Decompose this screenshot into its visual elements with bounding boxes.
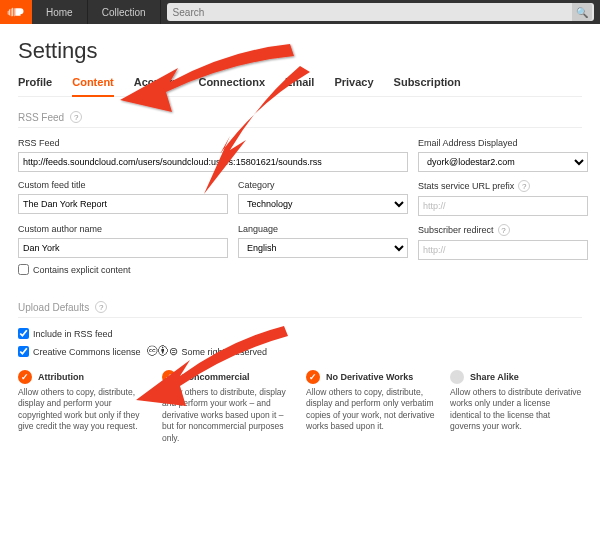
tab-content[interactable]: Content	[72, 76, 114, 97]
tab-privacy[interactable]: Privacy	[334, 76, 373, 92]
tab-account[interactable]: Accxxxx	[134, 76, 179, 92]
license-desc: Allow others to distribute, display and …	[162, 387, 294, 444]
top-navbar: Home Collection 🔍	[0, 0, 600, 24]
help-icon[interactable]: ?	[498, 224, 510, 236]
rss-section-header: RSS Feed ?	[18, 111, 582, 128]
rss-feed-input[interactable]	[18, 152, 408, 172]
search-input[interactable]	[167, 3, 594, 21]
email-displayed-label: Email Address Displayed	[418, 138, 588, 148]
custom-author-label: Custom author name	[18, 224, 228, 234]
soundcloud-logo[interactable]	[0, 0, 32, 24]
help-icon[interactable]: ?	[70, 111, 82, 123]
stats-prefix-label: Stats service URL prefix ?	[418, 180, 588, 192]
tab-subscription[interactable]: Subscription	[394, 76, 461, 92]
some-rights-label: Some rights reserved	[182, 347, 268, 357]
license-grid: ✓Attribution Allow others to copy, distr…	[18, 370, 582, 444]
license-desc: Allow others to distribute derivative wo…	[450, 387, 582, 433]
explicit-label: Contains explicit content	[33, 265, 131, 275]
check-icon	[450, 370, 464, 384]
license-desc: Allow others to copy, distribute, displa…	[306, 387, 438, 433]
license-noncommercial[interactable]: ✓Noncommercial Allow others to distribut…	[162, 370, 294, 444]
include-rss-label: Include in RSS feed	[33, 329, 113, 339]
nav-collection[interactable]: Collection	[88, 0, 161, 24]
subscriber-redirect-input[interactable]	[418, 240, 588, 260]
license-attribution[interactable]: ✓Attribution Allow others to copy, distr…	[18, 370, 150, 444]
license-sharealike[interactable]: Share Alike Allow others to distribute d…	[450, 370, 582, 444]
category-label: Category	[238, 180, 408, 190]
tab-profile[interactable]: Profile	[18, 76, 52, 92]
cc-icons: 🅭🅯⊜	[147, 345, 178, 358]
stats-prefix-input[interactable]	[418, 196, 588, 216]
check-icon: ✓	[18, 370, 32, 384]
custom-title-label: Custom feed title	[18, 180, 228, 190]
tab-connections[interactable]: Connectionx	[198, 76, 265, 92]
subscriber-redirect-label: Subscriber redirect ?	[418, 224, 588, 236]
custom-author-input[interactable]	[18, 238, 228, 258]
category-select[interactable]: Technology	[238, 194, 408, 214]
language-label: Language	[238, 224, 408, 234]
page-title: Settings	[18, 38, 582, 64]
language-select[interactable]: English	[238, 238, 408, 258]
settings-tabs: Profile Content Accxxxx Connectionx Emai…	[18, 76, 582, 97]
check-icon: ✓	[306, 370, 320, 384]
license-desc: Allow others to copy, distribute, displa…	[18, 387, 150, 433]
help-icon[interactable]: ?	[518, 180, 530, 192]
license-noderiv[interactable]: ✓No Derivative Works Allow others to cop…	[306, 370, 438, 444]
include-rss-checkbox[interactable]	[18, 328, 29, 339]
search-wrap: 🔍	[161, 0, 600, 24]
rss-section-title: RSS Feed	[18, 112, 64, 123]
check-icon: ✓	[162, 370, 176, 384]
email-displayed-select[interactable]: dyork@lodestar2.com	[418, 152, 588, 172]
cc-license-label: Creative Commons license	[33, 347, 141, 357]
uploads-section-title: Upload Defaults	[18, 302, 89, 313]
custom-title-input[interactable]	[18, 194, 228, 214]
explicit-checkbox[interactable]	[18, 264, 29, 275]
uploads-section-header: Upload Defaults ?	[18, 301, 582, 318]
search-icon[interactable]: 🔍	[572, 3, 592, 21]
nav-home[interactable]: Home	[32, 0, 88, 24]
tab-email[interactable]: Email	[285, 76, 314, 92]
cc-license-checkbox[interactable]	[18, 346, 29, 357]
help-icon[interactable]: ?	[95, 301, 107, 313]
rss-feed-label: RSS Feed	[18, 138, 408, 148]
